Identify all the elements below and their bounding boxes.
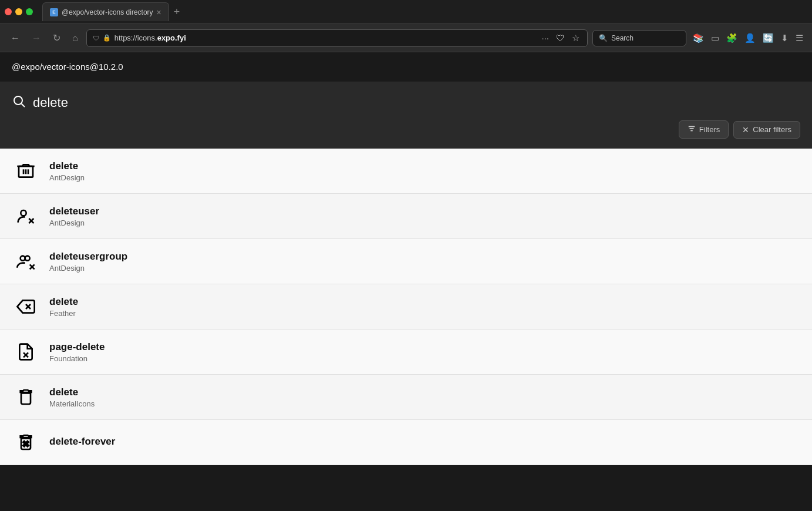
maximize-traffic-light[interactable] xyxy=(26,8,33,15)
icon-family: MaterialIcons xyxy=(49,399,95,408)
browser-search-text: Search xyxy=(611,34,634,42)
reload-button[interactable]: ↻ xyxy=(49,30,64,46)
clear-filters-button[interactable]: ✕ Clear filters xyxy=(733,121,800,139)
icon-name: deleteuser xyxy=(49,206,99,217)
icon-name: delete xyxy=(49,160,85,172)
shield-icon: 🛡 xyxy=(93,35,99,42)
icon-graphic xyxy=(14,250,38,273)
close-traffic-light[interactable] xyxy=(5,8,12,15)
address-bar[interactable]: 🛡 🔒 https://icons.expo.fyi ··· 🛡 ☆ xyxy=(86,29,588,47)
library-icon[interactable]: 📚 xyxy=(691,31,706,45)
bookmark-icon: 🛡 xyxy=(554,31,567,45)
icon-info: deleteuser AntDesign xyxy=(49,206,99,227)
svg-point-0 xyxy=(14,96,22,105)
icon-graphic xyxy=(14,204,38,228)
icon-name: delete xyxy=(49,296,78,308)
download-icon[interactable]: ⬇ xyxy=(779,31,790,45)
url-domain: expo.fyi xyxy=(157,33,186,42)
traffic-lights xyxy=(5,8,33,15)
filters-row: Filters ✕ Clear filters xyxy=(12,120,800,139)
icon-family: AntDesign xyxy=(49,264,127,273)
icon-info: delete-forever xyxy=(49,436,115,449)
icon-graphic xyxy=(14,431,38,454)
icon-graphic xyxy=(14,385,38,409)
site-title: @expo/vector-icons@10.2.0 xyxy=(12,62,123,72)
tab-favicon: E xyxy=(50,8,58,16)
icon-family: Foundation xyxy=(49,354,105,363)
icon-list: delete AntDesign deleteuser AntDesign xyxy=(0,149,812,465)
icon-info: delete MaterialIcons xyxy=(49,386,95,408)
svg-point-17 xyxy=(25,256,30,261)
list-item[interactable]: deleteuser AntDesign xyxy=(0,194,812,239)
new-tab-button[interactable]: + xyxy=(174,6,180,18)
tab-title: @expo/vector-icons directory xyxy=(62,8,153,16)
icon-info: page-delete Foundation xyxy=(49,341,105,363)
icon-family: AntDesign xyxy=(49,218,99,227)
browser-search-bar[interactable]: 🔍 Search xyxy=(592,30,686,46)
icon-info: delete AntDesign xyxy=(49,160,85,182)
icon-graphic xyxy=(14,340,38,364)
icon-family: Feather xyxy=(49,309,78,318)
icon-info: delete Feather xyxy=(49,296,78,318)
list-item[interactable]: delete-forever xyxy=(0,420,812,465)
site-header: @expo/vector-icons@10.2.0 xyxy=(0,52,812,82)
clear-filters-label: Clear filters xyxy=(753,125,791,134)
nav-bar: ← → ↻ ⌂ 🛡 🔒 https://icons.expo.fyi ··· 🛡… xyxy=(0,23,812,52)
sync-icon[interactable]: 🔄 xyxy=(761,31,776,45)
icon-family: AntDesign xyxy=(49,173,85,182)
lock-icon: 🔒 xyxy=(103,34,111,42)
more-options-icon[interactable]: ··· xyxy=(540,31,551,45)
account-icon[interactable]: 👤 xyxy=(743,31,757,45)
search-box xyxy=(12,94,800,111)
list-item[interactable]: delete AntDesign xyxy=(0,149,812,194)
clear-x-icon: ✕ xyxy=(742,125,749,135)
container-icon[interactable]: ▭ xyxy=(709,31,721,45)
svg-point-13 xyxy=(21,210,26,216)
list-item[interactable]: delete Feather xyxy=(0,284,812,330)
browser-chrome: E @expo/vector-icons directory × + ← → ↻… xyxy=(0,0,812,52)
search-magnifier-icon xyxy=(12,94,26,111)
tab-bar: E @expo/vector-icons directory × + xyxy=(0,0,812,23)
filters-label: Filters xyxy=(699,125,720,134)
filters-button[interactable]: Filters xyxy=(679,120,729,139)
list-item[interactable]: page-delete Foundation xyxy=(0,330,812,375)
svg-line-1 xyxy=(22,104,25,107)
icon-info: deleteusergroup AntDesign xyxy=(49,251,127,273)
url-display: https://icons.expo.fyi xyxy=(114,33,537,42)
nav-icons: 📚 ▭ 🧩 👤 🔄 ⬇ ☰ xyxy=(691,31,805,45)
icon-name: delete-forever xyxy=(49,436,115,448)
search-section: Filters ✕ Clear filters xyxy=(0,82,812,149)
menu-icon[interactable]: ☰ xyxy=(794,31,805,45)
url-prefix: https://icons. xyxy=(114,33,157,42)
minimize-traffic-light[interactable] xyxy=(15,8,22,15)
forward-button[interactable]: → xyxy=(28,31,45,46)
search-input[interactable] xyxy=(33,95,800,110)
extensions-icon[interactable]: 🧩 xyxy=(725,31,739,45)
page-content: @expo/vector-icons@10.2.0 xyxy=(0,52,812,465)
icon-name: deleteusergroup xyxy=(49,251,127,263)
search-icon: 🔍 xyxy=(599,34,608,42)
icon-name: delete xyxy=(49,386,95,398)
icon-name: page-delete xyxy=(49,341,105,353)
icon-graphic xyxy=(14,159,38,183)
list-item[interactable]: delete MaterialIcons xyxy=(0,375,812,420)
active-tab[interactable]: E @expo/vector-icons directory × xyxy=(42,2,169,21)
star-icon[interactable]: ☆ xyxy=(570,31,581,45)
icon-graphic xyxy=(14,295,38,318)
tab-close-button[interactable]: × xyxy=(157,8,161,16)
home-button[interactable]: ⌂ xyxy=(69,31,82,46)
list-item[interactable]: deleteusergroup AntDesign xyxy=(0,239,812,284)
back-button[interactable]: ← xyxy=(7,31,23,46)
filter-icon xyxy=(688,125,696,135)
